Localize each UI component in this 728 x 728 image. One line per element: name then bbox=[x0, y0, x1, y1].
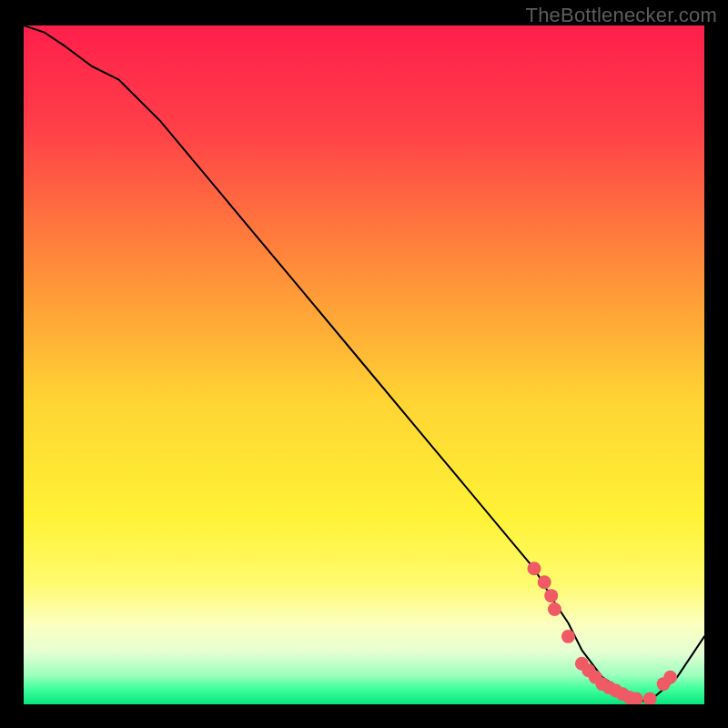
bottleneck-curve bbox=[24, 25, 704, 704]
marker-group bbox=[528, 561, 678, 704]
curve-line bbox=[24, 25, 704, 701]
highlight-dot bbox=[561, 630, 575, 643]
highlight-dot bbox=[643, 693, 657, 704]
highlight-dot bbox=[663, 671, 677, 684]
highlight-dot bbox=[548, 602, 561, 616]
chart-stage: TheBottlenecker.com bbox=[0, 0, 728, 728]
plot-frame bbox=[22, 24, 706, 706]
highlight-dot bbox=[544, 589, 558, 602]
highlight-dot bbox=[538, 575, 551, 589]
highlight-dot bbox=[528, 561, 541, 575]
